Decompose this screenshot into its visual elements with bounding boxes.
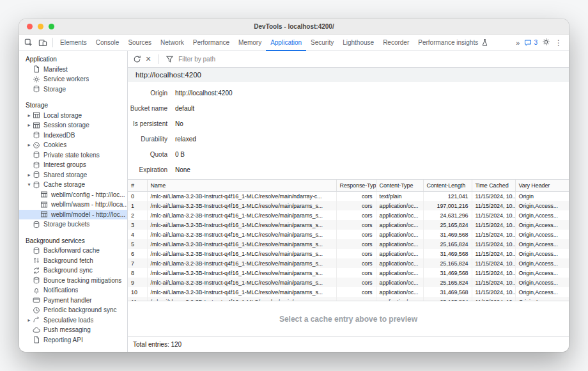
tab-sources[interactable]: Sources: [123, 35, 156, 51]
table-cell: 11/15/2024, 10...: [472, 249, 515, 258]
metadata-label: Durability: [128, 132, 167, 147]
table-row[interactable]: 1/mlc-ai/Llama-3.2-3B-Instruct-q4f16_1-M…: [128, 201, 569, 210]
column-header[interactable]: Name: [147, 180, 336, 191]
sidebar-item-local-storage[interactable]: ▸Local storage: [19, 111, 127, 121]
tab-elements[interactable]: Elements: [56, 35, 91, 51]
sidebar-item-webllm-wasm[interactable]: webllm/wasm - http://loca...: [19, 200, 127, 210]
column-header[interactable]: Response-Type: [336, 180, 376, 191]
table-cell: cors: [336, 191, 376, 201]
cache-storage-panel: × http://localhost:4200 Originhttp://loc…: [128, 51, 569, 352]
table-cell: 11/15/2024, 10...: [472, 201, 515, 210]
chevron-right-icon[interactable]: ▸: [26, 122, 33, 128]
table-cell: Origin,Access...: [515, 210, 569, 220]
column-header[interactable]: #: [128, 180, 147, 191]
sidebar-item-bounce-tracking-mitigations[interactable]: Bounce tracking mitigations: [19, 276, 127, 286]
tab-performance[interactable]: Performance: [189, 35, 234, 51]
chevron-right-icon[interactable]: ▸: [26, 317, 33, 323]
table-row[interactable]: 2/mlc-ai/Llama-3.2-3B-Instruct-q4f16_1-M…: [128, 210, 569, 220]
more-tabs-icon[interactable]: »: [516, 39, 520, 47]
messages-badge[interactable]: 3: [524, 39, 538, 47]
metadata-value: No: [175, 116, 183, 132]
chevron-down-icon[interactable]: ▾: [26, 182, 33, 187]
table-cell: Origin,Access...: [515, 268, 569, 278]
sidebar-item-notifications[interactable]: Notifications: [19, 285, 127, 296]
filter-input[interactable]: [178, 56, 306, 63]
table-cell: 31,469,568: [423, 249, 472, 258]
sidebar-item-background-fetch[interactable]: Background fetch: [19, 256, 127, 266]
gear-icon: [33, 75, 40, 83]
metadata-row: Bucket namedefault: [128, 101, 569, 116]
sidebar-item-private-state-tokens[interactable]: Private state tokens: [19, 150, 127, 161]
device-toolbar-icon[interactable]: [36, 36, 50, 50]
sidebar-item-session-storage[interactable]: ▸Session storage: [19, 120, 127, 130]
sync-icon: [33, 267, 40, 274]
tab-lighthouse[interactable]: Lighthouse: [338, 35, 378, 51]
sidebar-item-storage-buckets[interactable]: Storage buckets: [19, 219, 127, 230]
table-row[interactable]: 3/mlc-ai/Llama-3.2-3B-Instruct-q4f16_1-M…: [128, 220, 569, 230]
tab-application[interactable]: Application: [266, 35, 306, 51]
sidebar-item-webllm-model[interactable]: webllm/model - http://loc...: [19, 210, 127, 220]
chevron-right-icon[interactable]: ▸: [26, 172, 33, 178]
table-row[interactable]: 5/mlc-ai/Llama-3.2-3B-Instruct-q4f16_1-M…: [128, 239, 569, 249]
table-row[interactable]: 7/mlc-ai/Llama-3.2-3B-Instruct-q4f16_1-M…: [128, 258, 569, 268]
table-row[interactable]: 4/mlc-ai/Llama-3.2-3B-Instruct-q4f16_1-M…: [128, 230, 569, 239]
tab-console[interactable]: Console: [91, 35, 124, 51]
metadata-value: None: [175, 162, 190, 178]
column-header[interactable]: Time Cached: [472, 180, 515, 191]
table-row[interactable]: 10/mlc-ai/Llama-3.2-3B-Instruct-q4f16_1-…: [128, 287, 569, 297]
table-cell: 4: [128, 230, 147, 239]
metadata-value: http://localhost:4200: [175, 86, 233, 101]
chevron-right-icon[interactable]: ▸: [26, 142, 33, 148]
sidebar-item-manifest[interactable]: Manifest: [19, 65, 127, 75]
sidebar-item-indexeddb[interactable]: IndexedDB: [19, 130, 127, 141]
sidebar-item-interest-groups[interactable]: Interest groups: [19, 160, 127, 170]
clear-icon[interactable]: ×: [146, 55, 151, 63]
curved-arrow-icon: [33, 316, 40, 324]
database-icon: [33, 85, 40, 93]
tab-recorder[interactable]: Recorder: [378, 35, 414, 51]
settings-gear-icon[interactable]: [542, 37, 550, 49]
tab-security[interactable]: Security: [306, 35, 338, 51]
sidebar-item-service-workers[interactable]: Service workers: [19, 74, 127, 84]
sidebar-item-speculative-loads[interactable]: ▸Speculative loads: [19, 315, 127, 326]
tab-memory[interactable]: Memory: [234, 35, 266, 51]
sidebar-item-back-forward-cache[interactable]: Back/forward cache: [19, 246, 127, 256]
sidebar-item-webllm-config[interactable]: webllm/config - http://loc...: [19, 190, 127, 200]
table-cell: application/oc...: [376, 230, 423, 239]
sidebar-item-shared-storage[interactable]: ▸Shared storage: [19, 170, 127, 180]
table-cell: 24,631,296: [423, 210, 472, 220]
zoom-window-button[interactable]: [49, 24, 54, 29]
table-row[interactable]: 9/mlc-ai/Llama-3.2-3B-Instruct-q4f16_1-M…: [128, 278, 569, 287]
table-cell: 0: [128, 191, 147, 201]
refresh-icon[interactable]: [133, 55, 141, 63]
three-dots-menu-icon[interactable]: ⋮: [555, 38, 562, 47]
sidebar-item-payment-handler[interactable]: Payment handler: [19, 296, 127, 306]
sidebar-item-push-messaging[interactable]: Push messaging: [19, 325, 127, 335]
table-row[interactable]: 0/mlc-ai/Llama-3.2-3B-Instruct-q4f16_1-M…: [128, 191, 569, 201]
minimize-window-button[interactable]: [38, 24, 43, 29]
cache-metadata: Originhttp://localhost:4200 Bucket named…: [128, 82, 569, 179]
inspect-cursor-icon[interactable]: [22, 36, 36, 50]
table-row[interactable]: 6/mlc-ai/Llama-3.2-3B-Instruct-q4f16_1-M…: [128, 249, 569, 258]
close-window-button[interactable]: [27, 24, 33, 29]
window-titlebar[interactable]: DevTools - localhost:4200/: [19, 19, 569, 35]
sidebar-item-reporting-api[interactable]: Reporting API: [19, 335, 127, 345]
column-header[interactable]: Content-Type: [376, 180, 423, 191]
tab-network[interactable]: Network: [156, 35, 189, 51]
table-row[interactable]: 8/mlc-ai/Llama-3.2-3B-Instruct-q4f16_1-M…: [128, 268, 569, 278]
sidebar-item-background-sync[interactable]: Background sync: [19, 265, 127, 276]
sidebar-item-storage[interactable]: Storage: [19, 84, 127, 95]
chevron-right-icon[interactable]: ▸: [26, 113, 33, 118]
window-title: DevTools - localhost:4200/: [19, 23, 569, 30]
sidebar-item-cache-storage[interactable]: ▾Cache storage: [19, 180, 127, 190]
column-header[interactable]: Content-Length: [423, 180, 472, 191]
document-icon: [33, 336, 40, 343]
tab-performance-insights[interactable]: Performance insights: [414, 35, 493, 51]
devtools-tabbar: Elements Console Sources Network Perform…: [19, 35, 569, 51]
chat-bubble-icon: [524, 39, 532, 47]
sidebar-item-periodic-background-sync[interactable]: Periodic background sync: [19, 305, 127, 315]
table-cell: 25,165,824: [423, 239, 472, 249]
sidebar-item-cookies[interactable]: ▸Cookies: [19, 140, 127, 150]
bell-icon: [33, 287, 40, 294]
column-header[interactable]: Vary Header: [515, 180, 569, 191]
